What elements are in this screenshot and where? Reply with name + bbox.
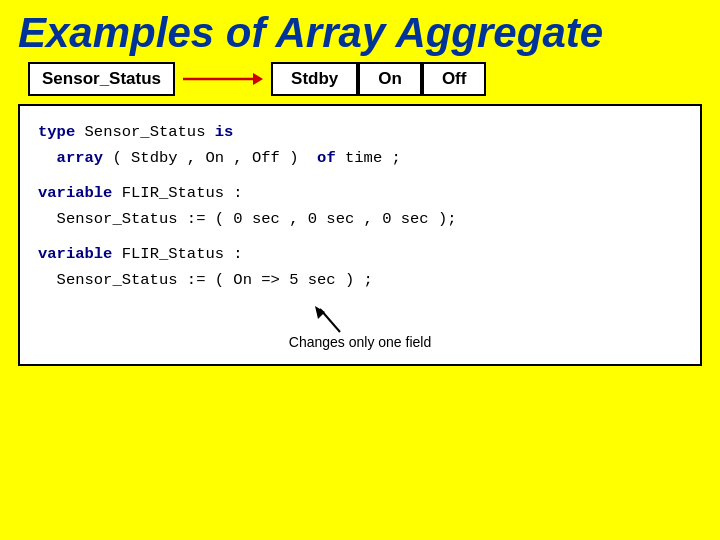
enum-boxes: Stdby On Off bbox=[271, 62, 486, 96]
keyword-array: array bbox=[57, 149, 104, 167]
enum-off: Off bbox=[422, 62, 487, 96]
var1-line1: variable FLIR_Status : bbox=[38, 181, 682, 207]
var2-line1: variable FLIR_Status : bbox=[38, 242, 682, 268]
code-container: type Sensor_Status is array ( Stdby , On… bbox=[18, 104, 702, 365]
keyword-is: is bbox=[215, 123, 234, 141]
keyword-type: type bbox=[38, 123, 75, 141]
annotation-arrow-svg bbox=[310, 304, 410, 334]
var1-name: FLIR_Status : bbox=[122, 184, 243, 202]
keyword-variable2: variable bbox=[38, 245, 112, 263]
var2-name: FLIR_Status : bbox=[122, 245, 243, 263]
svg-marker-1 bbox=[253, 73, 263, 85]
enum-stdby: Stdby bbox=[271, 62, 358, 96]
assign1: := ( 0 sec , 0 sec , 0 sec ); bbox=[187, 210, 457, 228]
variable1-declaration: variable FLIR_Status : Sensor_Status := … bbox=[38, 181, 682, 232]
array-type: time ; bbox=[345, 149, 401, 167]
enum-on: On bbox=[358, 62, 422, 96]
annotation-text: Changes only one field bbox=[289, 334, 431, 350]
svg-marker-3 bbox=[315, 306, 325, 319]
array-params: ( Stdby , On , Off ) bbox=[112, 149, 317, 167]
type-name: Sensor_Status bbox=[85, 123, 215, 141]
type-line2: array ( Stdby , On , Off ) of time ; bbox=[38, 146, 682, 172]
sensor-status-label: Sensor_Status bbox=[28, 62, 175, 96]
type-line1: type Sensor_Status is bbox=[38, 120, 682, 146]
annotation-row: Changes only one field bbox=[38, 304, 682, 350]
keyword-variable1: variable bbox=[38, 184, 112, 202]
assign2: := ( On => 5 sec ) ; bbox=[187, 271, 373, 289]
var1-line2: Sensor_Status := ( 0 sec , 0 sec , 0 sec… bbox=[38, 207, 682, 233]
type-declaration: type Sensor_Status is array ( Stdby , On… bbox=[38, 120, 682, 171]
var2-line2: Sensor_Status := ( On => 5 sec ) ; bbox=[38, 268, 682, 294]
keyword-of: of bbox=[317, 149, 336, 167]
sensor-status-row: Sensor_Status Stdby On Off bbox=[0, 62, 720, 96]
variable2-declaration: variable FLIR_Status : Sensor_Status := … bbox=[38, 242, 682, 293]
annotation-container: Changes only one field bbox=[289, 304, 431, 350]
code-block: type Sensor_Status is array ( Stdby , On… bbox=[38, 120, 682, 293]
arrow-indicator bbox=[183, 67, 263, 91]
page-title: Examples of Array Aggregate bbox=[0, 0, 720, 62]
